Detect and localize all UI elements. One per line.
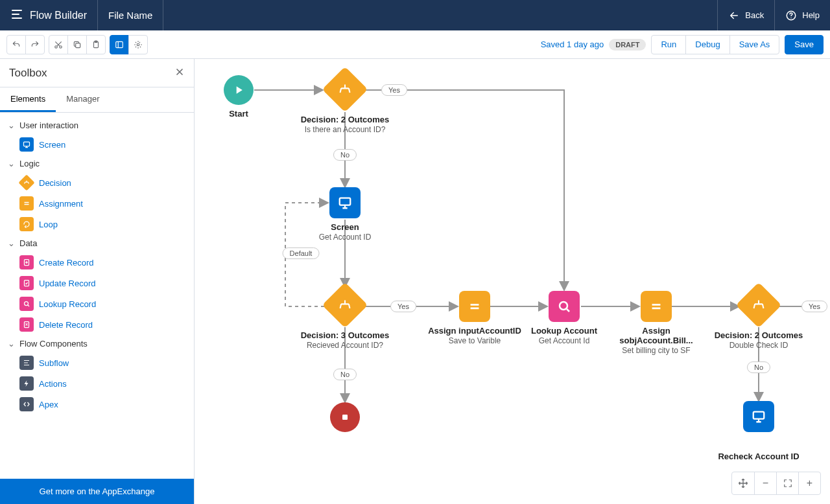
connector-label-yes: Yes xyxy=(390,301,416,312)
item-decision[interactable]: Decision xyxy=(6,172,187,193)
paste-button[interactable] xyxy=(86,35,106,54)
chevron-down-icon: ⌄ xyxy=(8,120,17,130)
app-header: Flow Builder File Name Back Help xyxy=(0,0,830,30)
run-button[interactable]: Run xyxy=(651,35,686,54)
create-record-icon xyxy=(19,255,34,269)
lookup-record-icon xyxy=(19,297,34,311)
decision-icon xyxy=(322,67,368,113)
cut-button[interactable] xyxy=(49,35,68,54)
pan-button[interactable] xyxy=(732,472,754,494)
decision-icon xyxy=(736,282,782,328)
item-update-record[interactable]: Update Record xyxy=(6,273,187,293)
chevron-down-icon: ⌄ xyxy=(8,339,17,349)
node-start[interactable]: Start xyxy=(195,75,284,119)
svg-point-7 xyxy=(137,43,139,46)
item-actions[interactable]: Actions xyxy=(6,373,187,394)
stop-icon xyxy=(330,402,360,432)
category-user-interaction[interactable]: ⌄User interaction xyxy=(6,117,187,134)
app-title: Flow Builder xyxy=(30,10,87,21)
node-assign-2[interactable]: Assign sobjAccount.Bill... Set billing c… xyxy=(604,291,708,355)
item-assignment[interactable]: Assignment xyxy=(6,193,187,214)
decision-icon xyxy=(322,282,368,328)
connector-label-no: No xyxy=(333,149,357,161)
connector-label-yes: Yes xyxy=(381,84,407,96)
node-assign-1[interactable]: Assign inputAccountID Save to Varible xyxy=(426,291,523,345)
back-label: Back xyxy=(745,10,764,20)
zoom-in-button[interactable]: + xyxy=(798,472,820,494)
draft-badge: DRAFT xyxy=(609,39,646,51)
flow-logo-icon xyxy=(10,8,23,23)
apex-icon xyxy=(19,397,34,411)
svg-rect-15 xyxy=(342,415,348,420)
item-subflow[interactable]: Subflow xyxy=(6,352,187,373)
help-button[interactable]: Help xyxy=(774,0,830,30)
redo-button[interactable] xyxy=(25,35,45,54)
category-flow-components[interactable]: ⌄Flow Components xyxy=(6,335,187,352)
flow-canvas[interactable]: Start Decision: 2 Outcomes Is there an A… xyxy=(195,59,830,504)
help-label: Help xyxy=(802,10,820,20)
svg-point-11 xyxy=(25,302,29,306)
category-logic[interactable]: ⌄Logic xyxy=(6,155,187,172)
node-screen-2[interactable]: Recheck Account ID xyxy=(713,401,804,461)
screen-icon xyxy=(743,401,774,432)
item-screen[interactable]: Screen xyxy=(6,134,187,155)
assignment-icon xyxy=(641,291,672,322)
assignment-icon xyxy=(19,196,34,211)
node-decision-3[interactable]: Decision: 2 Outcomes Double Check ID xyxy=(713,289,804,350)
svg-point-14 xyxy=(560,302,567,310)
connector-label-no: No xyxy=(333,369,357,380)
svg-rect-16 xyxy=(753,412,765,419)
save-as-button[interactable]: Save As xyxy=(729,35,780,54)
node-decision-2[interactable]: Decision: 3 Outcomes Recieved Account ID… xyxy=(300,289,390,350)
assignment-icon xyxy=(459,291,490,322)
update-record-icon xyxy=(19,276,34,290)
actions-icon xyxy=(19,376,34,391)
chevron-down-icon: ⌄ xyxy=(8,238,17,248)
loop-icon xyxy=(19,217,34,231)
node-end[interactable] xyxy=(300,402,390,432)
node-decision-1[interactable]: Decision: 2 Outcomes Is there an Account… xyxy=(300,73,390,134)
start-icon xyxy=(224,75,254,105)
category-data[interactable]: ⌄Data xyxy=(6,235,187,252)
node-lookup[interactable]: Lookup Account Get Account Id xyxy=(519,291,610,345)
zoom-out-button[interactable]: − xyxy=(754,472,776,494)
back-arrow-icon xyxy=(728,10,740,21)
settings-button[interactable] xyxy=(128,35,148,54)
file-name-section[interactable]: File Name xyxy=(98,0,163,30)
decision-icon xyxy=(18,174,34,190)
connector-label-default: Default xyxy=(283,247,320,259)
save-button[interactable]: Save xyxy=(785,35,824,54)
delete-record-icon xyxy=(19,317,34,332)
help-icon xyxy=(785,10,797,21)
copy-button[interactable] xyxy=(67,35,87,54)
tab-manager[interactable]: Manager xyxy=(56,87,110,112)
zoom-controls: − + xyxy=(731,472,821,495)
toggle-panel-button[interactable] xyxy=(110,35,129,54)
item-lookup-record[interactable]: Lookup Record xyxy=(6,293,187,314)
node-screen-1[interactable]: Screen Get Account ID xyxy=(300,187,390,242)
save-status: Saved 1 day ago xyxy=(541,40,604,49)
svg-point-1 xyxy=(55,45,58,48)
lookup-icon xyxy=(549,291,580,322)
item-delete-record[interactable]: Delete Record xyxy=(6,314,187,335)
subflow-icon xyxy=(19,356,34,370)
appexchange-link[interactable]: Get more on the AppExchange xyxy=(0,479,194,504)
item-apex[interactable]: Apex xyxy=(6,394,187,415)
close-icon[interactable] xyxy=(174,65,185,80)
toolbar: Saved 1 day ago DRAFT Run Debug Save As … xyxy=(0,30,830,59)
item-loop[interactable]: Loop xyxy=(6,214,187,235)
toolbox-title: Toolbox xyxy=(9,67,47,80)
connector-label-no: No xyxy=(747,361,770,373)
toolbox-sidebar: Toolbox Elements Manager ⌄User interacti… xyxy=(0,59,195,504)
back-button[interactable]: Back xyxy=(717,0,774,30)
svg-rect-13 xyxy=(340,198,351,205)
undo-button[interactable] xyxy=(6,35,26,54)
screen-icon xyxy=(329,187,361,218)
debug-button[interactable]: Debug xyxy=(685,35,729,54)
app-title-section: Flow Builder xyxy=(0,0,98,30)
svg-rect-8 xyxy=(24,142,30,146)
svg-rect-6 xyxy=(116,41,123,47)
item-create-record[interactable]: Create Record xyxy=(6,252,187,273)
fit-button[interactable] xyxy=(776,472,798,494)
tab-elements[interactable]: Elements xyxy=(0,87,56,112)
